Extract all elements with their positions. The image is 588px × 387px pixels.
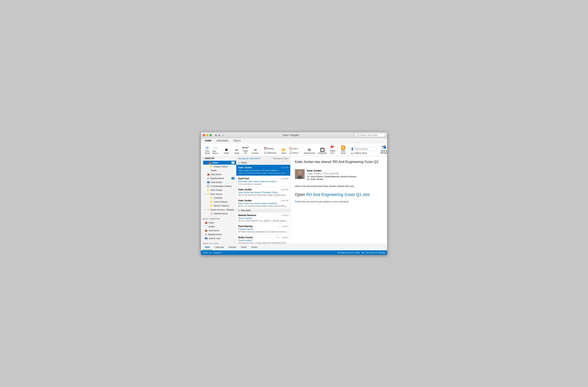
- email-list-header: Arrange By: Date Sent ▾ Newest on Top ▾: [236, 156, 290, 161]
- bottom-nav-calendar[interactable]: Calendar: [212, 245, 226, 250]
- ribbon: 📧 NewEmail 📨 NewItems ▾ ✖ Delete ↩ Reply…: [201, 143, 387, 156]
- sidebar-item-project-falcon[interactable]: 📁 Project Falcon: [203, 165, 236, 169]
- main-area: ▼ WINGTIP ▼ 📥 Inbox 7 📁 Project Falcon 📄…: [201, 156, 387, 244]
- open-prefix: Open: [295, 192, 306, 197]
- reading-pane: Katie Jordan has shared 'RD And Engineer…: [291, 156, 387, 244]
- sync-issues-header[interactable]: ▼ 📁 Sync Issues: [203, 192, 236, 196]
- move-button[interactable]: 📂 Move: [280, 147, 288, 155]
- sent-icon: 📤: [207, 173, 210, 176]
- reply-all-button[interactable]: ↩↩ ReplyAll: [241, 145, 250, 155]
- search-input[interactable]: [360, 134, 383, 136]
- file-link[interactable]: RD And Engineering Costs Q1.xlsx: [306, 192, 370, 197]
- bottom-nav-people[interactable]: People: [226, 245, 238, 250]
- sidebar-item-rss[interactable]: 📁 RSS Feeds: [203, 188, 236, 192]
- forward-button[interactable]: ▶: [218, 134, 221, 137]
- maximize-button[interactable]: [210, 134, 212, 136]
- email-item[interactable]: Robin Counts ! ← 7/18/14 Project update?…: [236, 234, 290, 244]
- email-item[interactable]: Belinda Newman ↓ 7/18/14 Sports statisti…: [236, 213, 290, 224]
- sort-order-dropdown[interactable]: Newest on Top ▾: [273, 157, 288, 160]
- send-receive-label: Send &Receive: [380, 150, 387, 154]
- new-items-button[interactable]: 📨 NewItems ▾: [211, 145, 220, 155]
- menu-tab-tools[interactable]: TOOLS: [231, 139, 243, 143]
- sort-order-label: Newest on Top ▾: [273, 157, 288, 160]
- email-item[interactable]: Katie Jordan 2:49 PM Katie Jordan has sh…: [236, 165, 290, 176]
- sidebar-item-conversation[interactable]: 💬 Conversation History: [203, 184, 236, 188]
- online-archive-header[interactable]: ▼ 📁 Online Archive - Wingtip: [203, 208, 236, 212]
- sidebar-item-computer-sent[interactable]: 📤 Sent Items: [203, 229, 236, 232]
- delete-label: Delete: [224, 152, 229, 154]
- meeting-button[interactable]: 📅 Meeting: [263, 147, 278, 151]
- junk-folder-icon: 📪: [207, 181, 210, 184]
- email-time: 7/18/14: [281, 236, 288, 239]
- follow-anchor[interactable]: Follow: [295, 200, 301, 203]
- sidebar-item-junk[interactable]: 📪 Junk Email: [203, 180, 236, 184]
- email-item[interactable]: Katie Jordan 2:48 PM Katie Jordan has sh…: [236, 198, 290, 209]
- sync-label: Sync Issues: [210, 193, 222, 195]
- search-bar[interactable]: 🔍: [355, 133, 385, 137]
- sidebar-item-server-failures[interactable]: 📁 Server Failures: [203, 204, 236, 208]
- reply-button[interactable]: ↩ Reply: [233, 147, 241, 155]
- bottom-nav-expand-button[interactable]: ›: [384, 246, 385, 249]
- attachment-icon: 📎: [264, 151, 267, 154]
- send-receive-icon: 📬: [382, 145, 386, 150]
- email-subject: Sports statistics: [238, 217, 288, 219]
- sidebar-account-header[interactable]: ▼ WINGTIP: [201, 156, 236, 161]
- this-year-label: THIS YEAR: [241, 210, 251, 212]
- bottom-nav-mail[interactable]: Mail: [203, 245, 212, 250]
- connected-label: Connected to: Wingtip: [365, 252, 385, 254]
- reply-all-icon: ↩↩: [242, 146, 249, 150]
- sidebar-item-local-failures[interactable]: 📁 Local Failures: [203, 200, 236, 204]
- sidebar-item-computer-inbox[interactable]: 📥 Inbox: [203, 221, 236, 225]
- forward-button[interactable]: ↪ Forward: [250, 147, 260, 155]
- filter-email-label: FilterEmail: [341, 150, 345, 154]
- move-label: Move: [282, 152, 286, 154]
- sidebar-item-computer-drafts[interactable]: 📄 Drafts: [203, 225, 236, 229]
- follow-up-button[interactable]: 🚩 FollowUp ▾: [329, 145, 336, 155]
- delete-button[interactable]: ✖ Delete: [222, 147, 231, 155]
- sidebar-item-computer-junk[interactable]: 📪 Junk E-mail: [203, 236, 236, 240]
- junk-button[interactable]: 🚫 Junk ▾: [288, 147, 300, 151]
- sidebar-item-computer-deleted[interactable]: 🗑 Deleted Items: [203, 232, 236, 236]
- find-contact-input[interactable]: 👤: [350, 147, 376, 151]
- comp-drafts-icon: 📄: [205, 225, 208, 228]
- down-arrow-icon: ↓: [280, 214, 281, 217]
- back-button[interactable]: ◀: [214, 134, 217, 137]
- menu-tab-organize[interactable]: ORGANIZE: [214, 139, 231, 143]
- minimize-button[interactable]: [206, 134, 208, 136]
- find-contact-field[interactable]: [355, 148, 375, 150]
- new-email-button[interactable]: 📧 NewEmail: [204, 145, 211, 155]
- meta-sender-name: Katie Jordan: [307, 169, 383, 172]
- sidebar-item-archive-deleted[interactable]: 📋 Deleted Items: [203, 212, 236, 215]
- to-label: To:: [307, 175, 310, 178]
- reply-icon: ↩: [235, 148, 238, 152]
- sidebar-item-inbox[interactable]: ▼ 📥 Inbox 7: [203, 161, 236, 165]
- meeting-icon: 📅: [264, 147, 267, 150]
- read-unread-button[interactable]: ✉ Read/Unread: [303, 147, 316, 155]
- arrange-by-dropdown[interactable]: Arrange By: Date Sent ▾: [238, 157, 260, 160]
- sidebar: ▼ WINGTIP ▼ 📥 Inbox 7 📁 Project Falcon 📄…: [201, 156, 236, 244]
- email-item[interactable]: Katie Jordan 2:48 PM Katie Jordan has sh…: [236, 187, 290, 198]
- rules-button[interactable]: 📋 Rules ▾: [288, 151, 300, 155]
- ribbon-send-receive-group: 📬 Send &Receive: [378, 144, 387, 155]
- categorize-button[interactable]: 🔲 Categorize: [316, 147, 328, 155]
- bottom-nav-tasks[interactable]: Tasks: [238, 245, 249, 250]
- email-preview: We need to have a review about the North…: [238, 242, 288, 244]
- email-item[interactable]: Pavel Bansky ← 7/18/14 Expense reports H…: [236, 224, 290, 234]
- sidebar-item-sent[interactable]: 📤 Sent Items: [203, 173, 236, 176]
- filter-email-button[interactable]: 🔽 FilterEmail: [339, 145, 347, 155]
- bottom-nav-notes[interactable]: Notes: [249, 245, 260, 250]
- menu-tab-home[interactable]: HOME: [202, 138, 214, 143]
- sidebar-item-conflicts[interactable]: 📁 Conflicts: [203, 196, 236, 200]
- sidebar-item-drafts[interactable]: 📄 Drafts: [203, 169, 236, 173]
- email-sender: Garth Fort: [238, 177, 249, 180]
- send-receive-button[interactable]: 📬 Send &Receive: [379, 144, 387, 155]
- close-button[interactable]: [203, 134, 205, 136]
- address-book-button[interactable]: 📖 Address Book: [350, 151, 376, 155]
- print-button[interactable]: ⎙: [222, 134, 224, 137]
- smart-folders-header: SMART FOLDERS: [201, 242, 236, 244]
- email-item[interactable]: Garth Fort 2:48 PM Automatic reply: Kati…: [236, 176, 290, 187]
- sidebar-item-deleted[interactable]: 🗑 Deleted Items 3: [203, 176, 236, 180]
- attachment-button[interactable]: 📎 Attachment: [263, 151, 278, 155]
- email-sender: Pavel Bansky: [238, 225, 252, 228]
- email-time: 2:49 PM: [281, 166, 288, 169]
